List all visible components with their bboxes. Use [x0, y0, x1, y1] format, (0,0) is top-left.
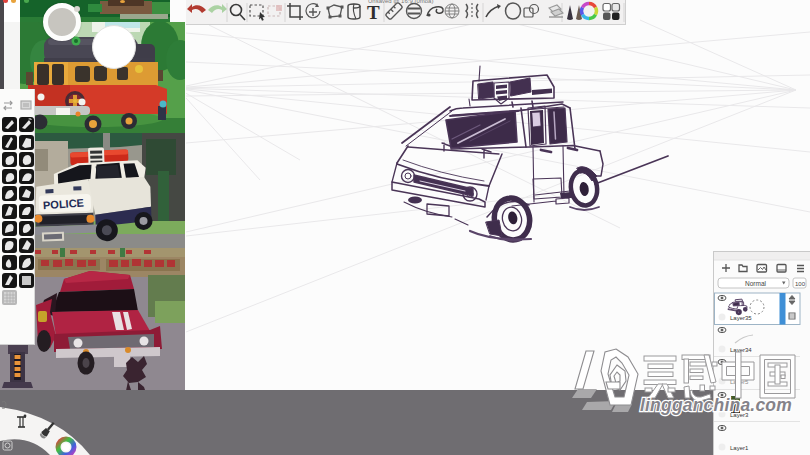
- svg-text:Layer1: Layer1: [730, 445, 749, 451]
- svg-text:Layer35: Layer35: [730, 315, 752, 321]
- svg-text:Normal: Normal: [745, 280, 767, 287]
- svg-text:100: 100: [795, 281, 806, 287]
- svg-text:T: T: [367, 2, 380, 23]
